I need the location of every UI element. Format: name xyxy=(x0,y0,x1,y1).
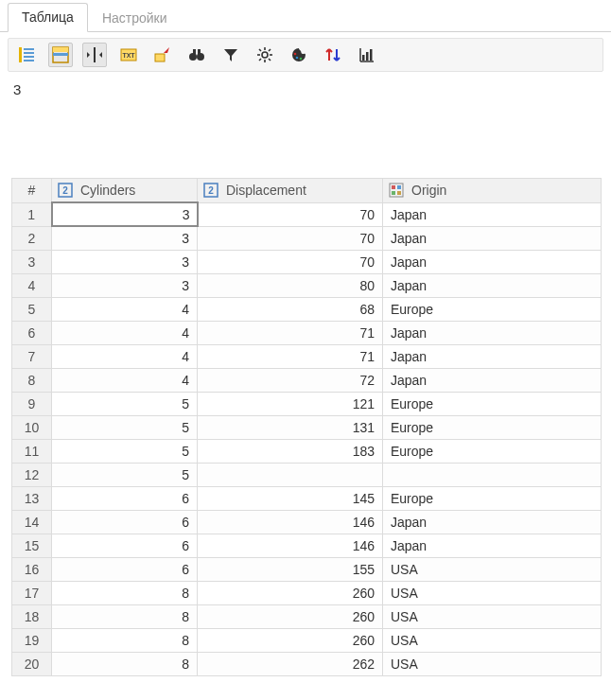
cell-displacement[interactable]: 70 xyxy=(198,251,383,274)
col-header-cylinders[interactable]: 2 Cylinders xyxy=(52,179,198,203)
cell-cylinders[interactable]: 5 xyxy=(52,464,198,487)
cell-displacement[interactable]: 121 xyxy=(198,393,383,416)
cell-origin[interactable]: USA xyxy=(383,582,602,605)
cell-origin[interactable]: Europe xyxy=(383,487,602,511)
cell-cylinders[interactable]: 3 xyxy=(52,274,198,298)
cell-displacement[interactable]: 146 xyxy=(198,511,383,534)
cell-cylinders[interactable]: 4 xyxy=(52,345,198,369)
cell-displacement[interactable] xyxy=(198,464,383,487)
cell-origin[interactable]: Japan xyxy=(383,202,602,226)
cell-origin[interactable]: USA xyxy=(383,629,602,653)
cell-cylinders[interactable]: 8 xyxy=(52,653,198,676)
cell-origin[interactable]: Japan xyxy=(383,511,602,534)
cell-origin[interactable]: Japan xyxy=(383,322,602,345)
svg-text:2: 2 xyxy=(62,185,68,196)
cell-displacement[interactable]: 72 xyxy=(198,369,383,393)
cell-cylinders[interactable]: 8 xyxy=(52,582,198,605)
cell-cylinders[interactable]: 6 xyxy=(52,487,198,511)
cell-displacement[interactable]: 262 xyxy=(198,653,383,676)
filter-icon[interactable] xyxy=(218,43,243,67)
cell-origin[interactable]: Japan xyxy=(383,534,602,558)
cell-origin[interactable]: USA xyxy=(383,558,602,582)
cell-cylinders[interactable]: 4 xyxy=(52,322,198,345)
cell-origin[interactable]: Japan xyxy=(383,226,602,251)
cell-displacement[interactable]: 68 xyxy=(198,298,383,322)
cell-displacement[interactable]: 80 xyxy=(198,274,383,298)
cell-displacement[interactable]: 183 xyxy=(198,440,383,464)
row-number[interactable]: 1 xyxy=(12,202,52,226)
tab-table[interactable]: Таблица xyxy=(8,3,88,32)
row-number[interactable]: 14 xyxy=(12,511,52,534)
cell-displacement[interactable]: 70 xyxy=(198,202,383,226)
sort-icon[interactable] xyxy=(321,43,345,67)
col-header-rownum[interactable]: # xyxy=(12,179,52,203)
row-number[interactable]: 5 xyxy=(12,298,52,322)
row-number[interactable]: 6 xyxy=(12,322,52,345)
settings-gear-icon[interactable] xyxy=(253,43,277,67)
cell-cylinders[interactable]: 5 xyxy=(52,393,198,416)
chart-icon[interactable] xyxy=(355,43,379,67)
row-number[interactable]: 12 xyxy=(12,464,52,487)
row-number[interactable]: 9 xyxy=(12,393,52,416)
cell-displacement[interactable]: 71 xyxy=(198,345,383,369)
row-number[interactable]: 16 xyxy=(12,558,52,582)
col-header-origin[interactable]: Origin xyxy=(383,179,602,203)
palette-icon[interactable] xyxy=(287,43,311,67)
cell-displacement[interactable]: 155 xyxy=(198,558,383,582)
cell-cylinders[interactable]: 8 xyxy=(52,629,198,653)
svg-rect-2 xyxy=(24,52,34,54)
cell-cylinders[interactable]: 3 xyxy=(52,251,198,274)
row-number[interactable]: 8 xyxy=(12,369,52,393)
cell-displacement[interactable]: 146 xyxy=(198,534,383,558)
cell-displacement[interactable]: 260 xyxy=(198,605,383,629)
cell-cylinders[interactable]: 3 xyxy=(52,202,198,226)
row-number[interactable]: 7 xyxy=(12,345,52,369)
cell-cylinders[interactable]: 6 xyxy=(52,534,198,558)
cell-origin[interactable]: Japan xyxy=(383,369,602,393)
row-number[interactable]: 3 xyxy=(12,251,52,274)
cell-cylinders[interactable]: 6 xyxy=(52,511,198,534)
table-row: 1370Japan xyxy=(12,202,602,226)
cell-origin[interactable] xyxy=(383,464,602,487)
cell-origin[interactable]: Japan xyxy=(383,345,602,369)
cell-displacement[interactable]: 145 xyxy=(198,487,383,511)
tab-settings[interactable]: Настройки xyxy=(88,4,182,32)
cell-origin[interactable]: Europe xyxy=(383,416,602,440)
cell-origin[interactable]: Europe xyxy=(383,298,602,322)
row-number[interactable]: 4 xyxy=(12,274,52,298)
cell-origin[interactable]: Europe xyxy=(383,440,602,464)
cell-cylinders[interactable]: 5 xyxy=(52,416,198,440)
layout-icon[interactable] xyxy=(48,43,73,67)
cell-origin[interactable]: Japan xyxy=(383,274,602,298)
cell-origin[interactable]: USA xyxy=(383,605,602,629)
cell-displacement[interactable]: 260 xyxy=(198,582,383,605)
row-number[interactable]: 15 xyxy=(12,534,52,558)
row-number[interactable]: 2 xyxy=(12,226,52,251)
cell-cylinders[interactable]: 4 xyxy=(52,298,198,322)
row-number[interactable]: 19 xyxy=(12,629,52,653)
cell-displacement[interactable]: 70 xyxy=(198,226,383,251)
row-number[interactable]: 18 xyxy=(12,605,52,629)
cell-cylinders[interactable]: 6 xyxy=(52,558,198,582)
binoculars-icon[interactable] xyxy=(184,43,209,67)
fit-width-icon[interactable] xyxy=(82,43,107,67)
cell-cylinders[interactable]: 4 xyxy=(52,369,198,393)
row-number[interactable]: 17 xyxy=(12,582,52,605)
cell-cylinders[interactable]: 5 xyxy=(52,440,198,464)
row-number[interactable]: 11 xyxy=(12,440,52,464)
cell-cylinders[interactable]: 8 xyxy=(52,605,198,629)
col-header-displacement[interactable]: 2 Displacement xyxy=(198,179,383,203)
cell-origin[interactable]: Europe xyxy=(383,393,602,416)
row-number[interactable]: 10 xyxy=(12,416,52,440)
cell-displacement[interactable]: 131 xyxy=(198,416,383,440)
cell-displacement[interactable]: 260 xyxy=(198,629,383,653)
cell-origin[interactable]: USA xyxy=(383,653,602,676)
cell-displacement[interactable]: 71 xyxy=(198,322,383,345)
cell-cylinders[interactable]: 3 xyxy=(52,226,198,251)
txt-icon[interactable]: TXT xyxy=(116,43,141,67)
row-number[interactable]: 13 xyxy=(12,487,52,511)
export-icon[interactable] xyxy=(150,43,175,67)
row-number[interactable]: 20 xyxy=(12,653,52,676)
list-columns-icon[interactable] xyxy=(14,43,39,67)
cell-origin[interactable]: Japan xyxy=(383,251,602,274)
